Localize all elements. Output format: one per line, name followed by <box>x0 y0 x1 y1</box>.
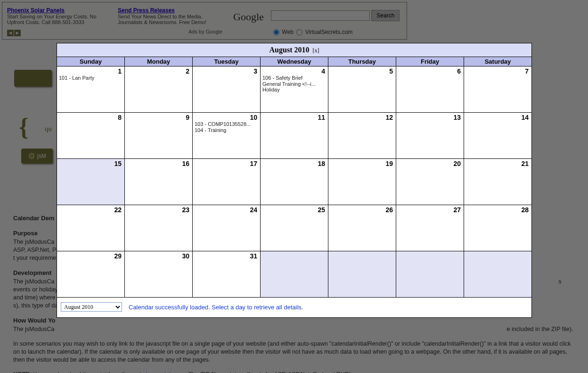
calendar-cell[interactable]: 23 <box>125 205 193 251</box>
calendar-cell[interactable] <box>396 251 464 298</box>
calendar-row: 293031 <box>57 251 531 298</box>
day-number: 1 <box>118 67 122 75</box>
day-number: 25 <box>318 206 325 214</box>
day-number: 22 <box>114 206 122 214</box>
calendar-header-row: SundayMondayTuesdayWednesdayThursdayFrid… <box>57 57 531 66</box>
day-number: 27 <box>453 206 461 214</box>
day-number: 7 <box>525 67 529 75</box>
day-number: 15 <box>114 160 122 167</box>
calendar-cell[interactable]: 27 <box>396 205 464 251</box>
calendar-cell[interactable] <box>464 251 531 298</box>
calendar-cell[interactable]: 19 <box>328 159 396 205</box>
event-item[interactable]: 101 - Lan Party <box>59 75 122 81</box>
calendar-cell[interactable]: 4106 - Safety BriefGeneral Training <!--… <box>261 66 328 113</box>
calendar-cell[interactable]: 10103 - COMP10135528...104 - Training <box>193 113 261 159</box>
calendar-header-wednesday: Wednesday <box>261 57 328 66</box>
calendar-cell[interactable]: 8 <box>57 113 125 159</box>
day-events: 103 - COMP10135528...104 - Training <box>195 121 258 133</box>
day-number: 17 <box>250 160 257 167</box>
calendar-header-thursday: Thursday <box>328 57 396 66</box>
calendar-cell[interactable]: 6 <box>396 66 464 113</box>
calendar-cell[interactable]: 29 <box>57 251 125 298</box>
calendar-cell[interactable]: 15 <box>57 159 125 205</box>
day-number: 10 <box>250 114 257 121</box>
day-number: 8 <box>118 114 122 121</box>
day-number: 14 <box>521 114 529 121</box>
calendar-cell[interactable]: 12 <box>328 113 396 159</box>
calendar-header-friday: Friday <box>396 57 464 66</box>
calendar-cell[interactable]: 5 <box>328 66 396 113</box>
day-number: 2 <box>186 67 189 75</box>
calendar-cell[interactable] <box>261 251 328 298</box>
calendar-modal: August 2010 [x] SundayMondayTuesdayWedne… <box>57 43 532 318</box>
day-number: 19 <box>385 160 393 167</box>
day-number: 5 <box>389 67 393 75</box>
calendar-footer: August 2010 Calendar successfully loaded… <box>57 298 531 317</box>
calendar-cell[interactable]: 9 <box>125 113 193 159</box>
calendar-row: 1101 - Lan Party234106 - Safety BriefGen… <box>57 66 531 113</box>
calendar-row: 22232425262728 <box>57 205 531 251</box>
event-item[interactable]: 106 - Safety Brief <box>262 75 326 81</box>
day-number: 20 <box>453 160 461 167</box>
calendar-cell[interactable]: 25 <box>261 205 328 251</box>
calendar-cell[interactable] <box>328 251 396 298</box>
day-number: 28 <box>521 206 529 214</box>
day-events: 101 - Lan Party <box>59 75 122 81</box>
calendar-cell[interactable]: 24 <box>193 205 261 251</box>
calendar-cell[interactable]: 31 <box>193 251 261 298</box>
calendar-header-monday: Monday <box>125 57 193 66</box>
calendar-cell[interactable]: 1101 - Lan Party <box>57 66 125 113</box>
calendar-cell[interactable]: 21 <box>464 159 531 205</box>
calendar-header-saturday: Saturday <box>464 57 531 66</box>
day-number: 4 <box>321 67 325 75</box>
calendar-title-bar: August 2010 [x] <box>57 43 531 57</box>
day-number: 9 <box>186 114 189 121</box>
day-number: 29 <box>114 252 122 260</box>
calendar-cell[interactable]: 7 <box>464 66 531 113</box>
calendar-row: 8910103 - COMP10135528...104 - Training1… <box>57 113 531 159</box>
calendar-cell[interactable]: 26 <box>328 205 396 251</box>
event-item[interactable]: 103 - COMP10135528... <box>195 121 258 127</box>
month-select[interactable]: August 2010 <box>61 302 122 312</box>
calendar-cell[interactable]: 20 <box>396 159 464 205</box>
calendar-status: Calendar successfully loaded. Select a d… <box>129 304 303 311</box>
calendar-header-sunday: Sunday <box>57 57 125 66</box>
calendar-cell[interactable]: 30 <box>125 251 193 298</box>
day-number: 3 <box>253 67 257 75</box>
calendar-close-button[interactable]: [x] <box>312 47 319 54</box>
day-number: 16 <box>182 160 189 167</box>
calendar-row: 15161718192021 <box>57 159 531 205</box>
calendar-cell[interactable]: 3 <box>193 66 261 113</box>
day-number: 18 <box>318 160 325 167</box>
calendar-title: August 2010 <box>270 46 310 54</box>
day-number: 23 <box>182 206 189 214</box>
day-number: 26 <box>385 206 393 214</box>
calendar-cell[interactable]: 17 <box>193 159 261 205</box>
calendar-cell[interactable]: 28 <box>464 205 531 251</box>
day-number: 30 <box>182 252 189 260</box>
day-events: 106 - Safety BriefGeneral Training <!--i… <box>262 75 326 93</box>
day-number: 31 <box>250 252 257 260</box>
calendar-cell[interactable]: 13 <box>396 113 464 159</box>
day-number: 13 <box>453 114 461 121</box>
day-number: 11 <box>318 114 325 121</box>
event-item[interactable]: General Training <!--i... <box>262 81 326 87</box>
day-number: 6 <box>457 67 461 75</box>
day-number: 12 <box>385 114 393 121</box>
calendar-cell[interactable]: 11 <box>261 113 328 159</box>
calendar-cell[interactable]: 16 <box>125 159 193 205</box>
calendar-cell[interactable]: 18 <box>261 159 328 205</box>
day-number: 24 <box>250 206 257 214</box>
calendar-cell[interactable]: 14 <box>464 113 531 159</box>
calendar-cell[interactable]: 22 <box>57 205 125 251</box>
day-number: 21 <box>521 160 529 167</box>
event-item[interactable]: 104 - Training <box>195 127 258 133</box>
event-item[interactable]: Holiday <box>262 87 326 93</box>
calendar-cell[interactable]: 2 <box>125 66 193 113</box>
calendar-header-tuesday: Tuesday <box>193 57 261 66</box>
calendar-body: 1101 - Lan Party234106 - Safety BriefGen… <box>57 66 531 298</box>
